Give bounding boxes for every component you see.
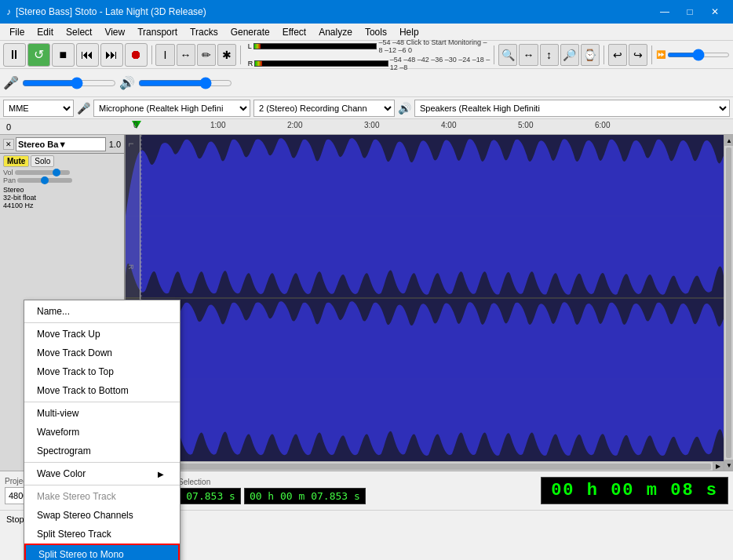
context-menu: Name... Move Track Up Move Track Down Mo… <box>24 300 181 560</box>
menu-spectrogram[interactable]: Spectrogram <box>24 442 180 460</box>
output-volume-slider[interactable] <box>138 77 232 89</box>
play-loop-button[interactable]: ↺ <box>27 43 50 67</box>
menu-split-stereo-mono[interactable]: Split Stereo to Mono <box>24 544 180 560</box>
menu-effect[interactable]: Effect <box>276 25 312 39</box>
menu-view[interactable]: View <box>98 25 131 39</box>
tick-4: 4:00 <box>441 121 456 129</box>
tool-ibeam[interactable]: I <box>155 44 174 66</box>
sep-3 <box>24 462 180 463</box>
playback-speed: ⏩ <box>656 50 730 59</box>
menu-analyze[interactable]: Analyze <box>312 25 359 39</box>
time-inputs: 00 h 00 m 07.853 s 00 h 00 m 07.853 s <box>119 488 534 504</box>
skip-back-button[interactable]: ⏮ <box>76 43 99 67</box>
tool-time-shift[interactable]: ⌚ <box>581 44 600 66</box>
sep3 <box>494 45 494 64</box>
menu-split-stereo[interactable]: Split Stereo Track <box>24 525 180 544</box>
time-display: 00 h 00 m 08 s <box>541 477 728 504</box>
track-close-btn[interactable]: ✕ <box>3 139 14 150</box>
menu-file[interactable]: File <box>3 25 31 39</box>
scroll-down-btn[interactable]: ▼ <box>724 460 733 471</box>
v-scroll-thumb[interactable] <box>726 147 731 458</box>
mic-icon: 🎤 <box>3 75 19 90</box>
timeline-bar: 0 0 1:00 2:00 3:00 4:00 5:00 6:00 <box>0 119 733 135</box>
sep1 <box>151 45 152 64</box>
tick-5: 5:00 <box>518 121 533 129</box>
meter-r-label: R <box>248 60 253 67</box>
track-name: Stereo Ba▼ <box>18 140 67 149</box>
maximize-button[interactable]: □ <box>678 4 702 20</box>
menu-edit[interactable]: Edit <box>31 25 60 39</box>
svg-rect-5 <box>126 135 141 298</box>
menu-move-down[interactable]: Move Track Down <box>24 344 180 362</box>
input-device-select[interactable]: Microphone (Realtek High Defini <box>93 100 250 117</box>
tick-6: 6:00 <box>595 121 610 129</box>
meter-l-label: L <box>248 42 252 50</box>
meter-r-values: –54 –48 –42 –36 –30 –24 –18 –12 –8 <box>390 56 490 71</box>
app-icon: ♪ <box>6 6 11 17</box>
undo-button[interactable]: ↩ <box>608 44 627 66</box>
device-row: MME 🎤 Microphone (Realtek High Defini 2 … <box>0 97 733 119</box>
sep4 <box>604 45 604 64</box>
channels-select[interactable]: 2 (Stereo) Recording Chann <box>253 100 395 117</box>
menu-move-bottom[interactable]: Move Track to Bottom <box>24 381 180 400</box>
h-scroll-thumb[interactable] <box>138 464 711 470</box>
timeline-start: 0 <box>6 122 11 132</box>
skip-fwd-button[interactable]: ⏭ <box>100 43 123 67</box>
volume-slider[interactable] <box>15 170 70 175</box>
menu-swap-stereo[interactable]: Swap Stereo Channels <box>24 506 180 525</box>
menu-select[interactable]: Select <box>60 25 98 39</box>
track-gain: 1.0 <box>109 140 121 149</box>
transport-toolbar: ⏸ ↺ ■ ⏮ ⏭ ⏺ I ↔ ✏ ✱ L –54 –48 Click to S… <box>0 41 733 69</box>
driver-select[interactable]: MME <box>3 100 74 117</box>
end-time-display[interactable]: 00 h 00 m 07.853 s <box>244 488 366 504</box>
stop-button[interactable]: ■ <box>52 43 75 67</box>
input-volume-slider[interactable] <box>22 77 116 89</box>
menu-name[interactable]: Name... <box>24 302 180 321</box>
waveform-area[interactable]: // Generate waveform-like path for upper… <box>126 135 724 461</box>
minimize-button[interactable]: — <box>653 4 676 20</box>
menu-transport[interactable]: Transport <box>131 25 184 39</box>
menu-generate[interactable]: Generate <box>224 25 276 39</box>
tick-1: 1:00 <box>210 121 225 129</box>
menu-multiview[interactable]: Multi-view <box>24 404 180 423</box>
tool-draw[interactable]: ✏ <box>197 44 216 66</box>
sample-rate-label: 44100 Hz <box>3 202 121 209</box>
solo-button[interactable]: Solo <box>31 155 54 167</box>
menu-wave-color[interactable]: Wave Color ▶ <box>24 464 180 483</box>
menu-tracks[interactable]: Tracks <box>184 25 224 39</box>
waveform-container: // Generate waveform-like path for upper… <box>126 135 724 471</box>
sep-4 <box>24 485 180 485</box>
track-name-area[interactable]: Stereo Ba▼ <box>16 137 106 151</box>
menu-move-up[interactable]: Move Track Up <box>24 325 180 344</box>
menu-move-top[interactable]: Move Track to Top <box>24 362 180 381</box>
meter-r <box>254 60 388 67</box>
timeline-ruler[interactable]: 0 1:00 2:00 3:00 4:00 5:00 6:00 <box>133 119 733 134</box>
menu-waveform[interactable]: Waveform <box>24 423 180 442</box>
v-scrollbar[interactable]: ▲ ▼ <box>724 135 733 471</box>
menu-tools[interactable]: Tools <box>359 25 393 39</box>
mute-button[interactable]: Mute <box>3 155 29 167</box>
wave-color-arrow: ▶ <box>158 470 164 478</box>
h-scrollbar[interactable]: ◀ ▶ <box>126 461 724 471</box>
scroll-right-btn[interactable]: ▶ <box>713 462 724 471</box>
tool-select[interactable]: ↔ <box>177 44 195 66</box>
meter-l <box>253 43 377 49</box>
tool-zoom-out[interactable]: 🔎 <box>560 44 579 66</box>
upper-channel-label: L <box>127 143 135 147</box>
record-button[interactable]: ⏺ <box>125 43 148 67</box>
pan-label: Pan <box>3 176 16 184</box>
tool-multi[interactable]: ✱ <box>217 44 236 66</box>
menu-make-stereo: Make Stereo Track <box>24 487 180 506</box>
close-button[interactable]: ✕ <box>703 4 727 20</box>
tool-fit-v[interactable]: ↕ <box>540 44 559 66</box>
speed-slider[interactable] <box>667 53 730 57</box>
output-device-select[interactable]: Speakers (Realtek High Definiti <box>414 100 730 117</box>
tool-fit-h[interactable]: ↔ <box>519 44 538 66</box>
redo-button[interactable]: ↪ <box>629 44 647 66</box>
menu-help[interactable]: Help <box>393 25 425 39</box>
scroll-up-btn[interactable]: ▲ <box>724 135 733 146</box>
title-bar: ♪ [Stereo Bass] Stoto - Late Night (3D R… <box>0 0 733 24</box>
pause-button[interactable]: ⏸ <box>3 43 26 67</box>
tool-zoom[interactable]: 🔍 <box>498 44 517 66</box>
pan-slider[interactable] <box>17 178 72 183</box>
